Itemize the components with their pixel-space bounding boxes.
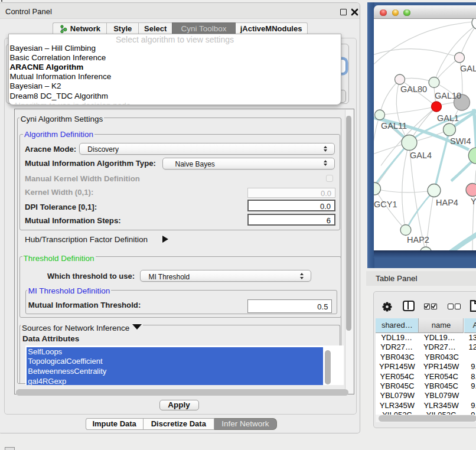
svg-text:GAL1: GAL1 <box>437 113 459 123</box>
svg-text:SWI4: SWI4 <box>450 136 471 146</box>
svg-text:GAL7: GAL7 <box>460 64 476 73</box>
svg-text:Y: Y <box>471 197 476 206</box>
svg-text:GAL4: GAL4 <box>410 151 432 160</box>
svg-text:GCY1: GCY1 <box>374 200 397 209</box>
svg-text:GAL10: GAL10 <box>435 91 461 100</box>
svg-text:HAP4: HAP4 <box>436 198 458 207</box>
svg-text:GAL11: GAL11 <box>381 121 407 131</box>
svg-text:HAP2: HAP2 <box>407 235 429 244</box>
svg-text:GAL80: GAL80 <box>400 84 427 94</box>
